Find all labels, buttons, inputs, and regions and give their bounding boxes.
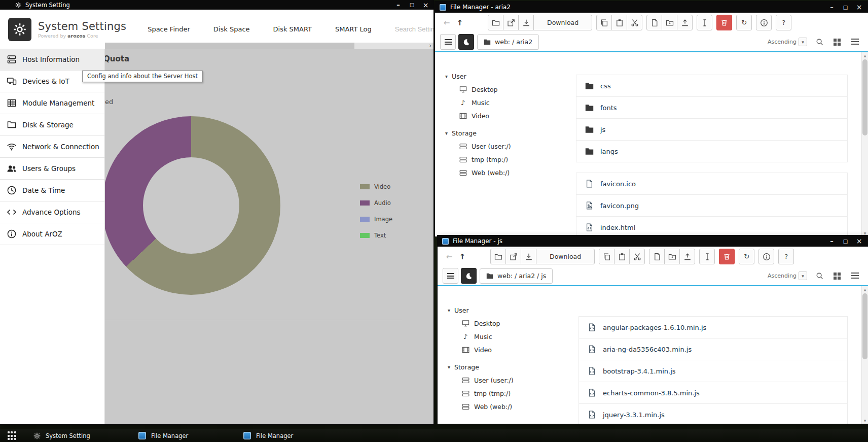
list-view-button[interactable]: [849, 270, 860, 282]
copy-button[interactable]: [596, 15, 612, 30]
open-in-new-button[interactable]: [505, 249, 521, 264]
back-button[interactable]: ←: [443, 249, 456, 264]
tree-item-web-drive[interactable]: Web (web:/): [448, 400, 575, 413]
up-button[interactable]: ↑: [456, 249, 469, 264]
sidebar-item-host-information[interactable]: Host Information: [0, 49, 104, 71]
sidebar-item-disk-storage[interactable]: Disk & Storage: [0, 114, 104, 136]
download-button[interactable]: Download: [536, 249, 595, 264]
sidebar-item-network-connection[interactable]: Network & Connection: [0, 136, 104, 158]
tree-item-video[interactable]: Video: [448, 343, 575, 356]
tab-smart-log[interactable]: SMART Log: [335, 25, 372, 33]
upload-button[interactable]: [677, 15, 693, 30]
back-button[interactable]: ←: [440, 15, 453, 30]
open-folder-button[interactable]: [490, 249, 506, 264]
paste-button[interactable]: [614, 249, 630, 264]
refresh-button[interactable]: ↻: [736, 15, 752, 30]
copy-button[interactable]: [599, 249, 614, 264]
folder-row[interactable]: js: [576, 118, 848, 141]
scroll-down-icon[interactable]: ▼: [862, 231, 868, 235]
folder-row[interactable]: langs: [576, 140, 848, 162]
minimize-button[interactable]: –: [391, 1, 405, 9]
file-row[interactable]: favicon.png: [576, 194, 848, 217]
scroll-right-icon[interactable]: ›: [429, 43, 431, 49]
new-file-button[interactable]: [649, 249, 665, 264]
breadcrumb[interactable]: web: / aria2: [477, 35, 539, 50]
tree-item-tmp-drive[interactable]: tmp (tmp:/): [448, 387, 575, 400]
paste-button[interactable]: [611, 15, 627, 30]
close-button[interactable]: ×: [419, 1, 432, 9]
scrollbar-thumb[interactable]: [862, 59, 867, 135]
maximize-button[interactable]: □: [839, 239, 852, 244]
delete-button[interactable]: [719, 249, 735, 264]
scrollbar[interactable]: ▲ ▼: [861, 286, 868, 424]
help-button[interactable]: ?: [778, 249, 794, 264]
delete-button[interactable]: [716, 15, 732, 30]
maximize-button[interactable]: □: [839, 5, 852, 10]
download-button[interactable]: Download: [533, 15, 592, 30]
sidebar-item-module-management[interactable]: Module Management: [0, 92, 104, 114]
sidebar-item-users-groups[interactable]: Users & Groups: [0, 158, 104, 180]
new-folder-button[interactable]: [662, 15, 677, 30]
scrollbar-thumb[interactable]: [862, 293, 867, 359]
tree-section-storage[interactable]: ▾ Storage: [445, 126, 573, 140]
upload-button[interactable]: [679, 249, 695, 264]
open-folder-button[interactable]: [488, 15, 503, 30]
tab-disk-smart[interactable]: Disk SMART: [273, 25, 312, 33]
cut-button[interactable]: [629, 249, 645, 264]
help-button[interactable]: ?: [776, 15, 791, 30]
file-row[interactable]: angular-packages-1.6.10.min.js: [578, 316, 848, 338]
search-button[interactable]: [814, 270, 825, 282]
cut-button[interactable]: [627, 15, 642, 30]
menu-button[interactable]: [440, 34, 456, 50]
tree-item-tmp-drive[interactable]: tmp (tmp:/): [445, 153, 573, 166]
file-row[interactable]: favicon.ico: [576, 173, 848, 195]
tree-item-music[interactable]: ♪ Music: [448, 330, 575, 343]
app-menu-button[interactable]: [0, 429, 23, 442]
minimize-button[interactable]: –: [825, 4, 839, 11]
tree-item-user-drive[interactable]: User (user:/): [445, 140, 573, 153]
folder-row[interactable]: css: [576, 75, 848, 97]
download-icon-button[interactable]: [518, 15, 534, 30]
menu-button[interactable]: [443, 268, 458, 284]
tree-section-user[interactable]: ▾ User: [445, 70, 573, 83]
scroll-down-icon[interactable]: ▼: [862, 419, 868, 422]
sidebar-item-date-time[interactable]: Date & Time: [0, 180, 104, 201]
search-input[interactable]: [395, 25, 433, 33]
file-manager-titlebar[interactable]: File Manager - aria2 – □ ×: [435, 2, 868, 13]
system-setting-titlebar[interactable]: System Setting – □ ×: [0, 0, 433, 10]
scroll-up-icon[interactable]: ▲: [862, 54, 868, 57]
new-file-button[interactable]: [646, 15, 662, 30]
sort-order-dropdown[interactable]: Ascending ▾: [768, 271, 807, 280]
info-button[interactable]: [756, 15, 772, 30]
sidebar-item-advance-options[interactable]: Advance Options: [0, 201, 104, 223]
tree-item-desktop[interactable]: Desktop: [448, 317, 575, 330]
tabs-horizontal-scrollbar[interactable]: ›: [105, 43, 433, 49]
taskbar-item-file-manager-2[interactable]: File Manager: [233, 429, 338, 442]
breadcrumb[interactable]: web: / aria2 / js: [480, 268, 553, 284]
tree-item-user-drive[interactable]: User (user:/): [448, 373, 575, 387]
file-row[interactable]: echarts-common-3.8.5.min.js: [578, 382, 848, 404]
taskbar-item-system-setting[interactable]: System Setting: [23, 429, 128, 442]
minimize-button[interactable]: –: [825, 237, 839, 245]
open-in-new-button[interactable]: [503, 15, 519, 30]
folder-row[interactable]: fonts: [576, 96, 848, 119]
dark-mode-toggle[interactable]: [461, 268, 477, 284]
tab-space-finder[interactable]: Space Finder: [148, 25, 190, 33]
rename-button[interactable]: [697, 15, 712, 30]
search-button[interactable]: [814, 37, 825, 48]
grid-view-button[interactable]: [831, 270, 843, 282]
file-row[interactable]: index.html: [576, 216, 848, 236]
tree-section-storage[interactable]: ▾ Storage: [448, 360, 575, 373]
file-row[interactable]: aria-ng-da5356c403.min.js: [578, 338, 848, 360]
info-button[interactable]: [758, 249, 774, 264]
close-button[interactable]: ×: [852, 237, 866, 245]
tree-item-desktop[interactable]: Desktop: [445, 83, 573, 96]
up-button[interactable]: ↑: [453, 15, 466, 30]
scroll-up-icon[interactable]: ▲: [862, 288, 868, 291]
tree-item-video[interactable]: Video: [445, 109, 573, 122]
close-button[interactable]: ×: [852, 3, 866, 11]
list-view-button[interactable]: [849, 37, 860, 48]
download-icon-button[interactable]: [521, 249, 536, 264]
file-row[interactable]: jquery-3.3.1.min.js: [578, 403, 848, 424]
rename-button[interactable]: [699, 249, 715, 264]
